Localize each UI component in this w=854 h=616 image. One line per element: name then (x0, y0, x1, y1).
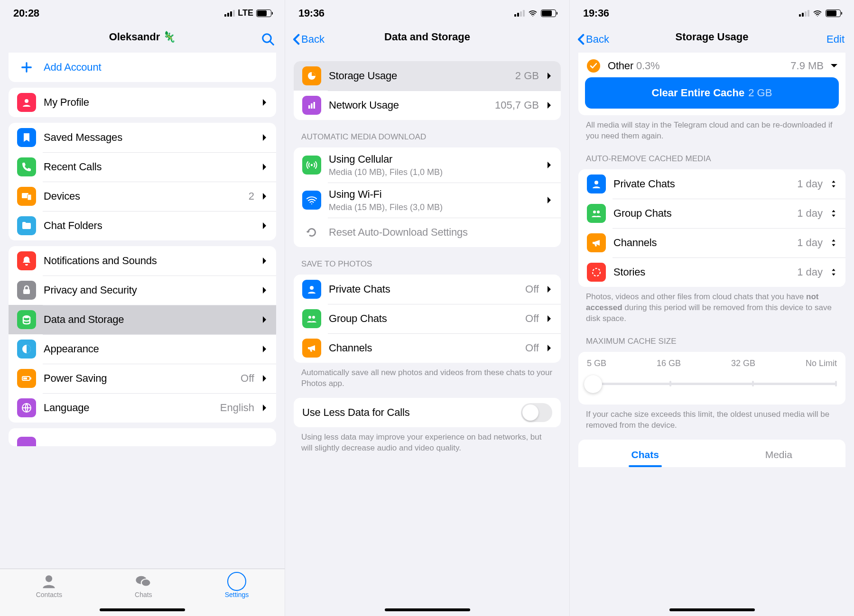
save-footer: Automatically save all new photos and vi… (301, 368, 553, 389)
next-group-peek-cell[interactable] (9, 428, 276, 446)
autoremove-stories-label: Stories (613, 266, 789, 278)
privacy-cell[interactable]: Privacy and Security (9, 276, 276, 305)
group-icon (587, 204, 606, 223)
using-wifi-cell[interactable]: Using Wi-Fi Media (15 MB), Files (3,0 MB… (294, 183, 561, 218)
person-icon (302, 280, 321, 299)
other-category-row[interactable]: Other 0.3% 7.9 MB (578, 53, 845, 77)
clear-footer: All media will stay in the Telegram clou… (586, 120, 838, 142)
my-profile-cell[interactable]: My Profile (9, 88, 276, 117)
autoremove-private-cell[interactable]: Private Chats 1 day (578, 169, 845, 199)
autoremove-group-cell[interactable]: Group Chats 1 day (578, 199, 845, 228)
svg-point-24 (597, 211, 600, 213)
back-button[interactable]: Back (576, 33, 609, 46)
storage-usage-value: 2 GB (515, 70, 539, 82)
search-icon (261, 32, 275, 46)
search-button[interactable] (261, 32, 275, 46)
seg-tab-media[interactable]: Media (712, 449, 846, 467)
home-indicator[interactable] (100, 608, 185, 611)
tab-settings[interactable]: Settings (225, 573, 249, 616)
chevron-right-icon (262, 315, 268, 324)
save-channels-label: Channels (329, 342, 518, 354)
language-label: Language (44, 402, 213, 414)
settings-root-screen: 20:28 LTE Oleksandr 🦎 Add Account My Pro… (0, 0, 285, 616)
status-time: 19:36 (583, 7, 609, 19)
chat-folders-label: Chat Folders (44, 220, 254, 232)
cellular-signal-icon (514, 10, 525, 17)
devices-icon (17, 187, 36, 206)
chevron-right-icon (262, 98, 268, 107)
using-cellular-cell[interactable]: Using Cellular Media (10 MB), Files (1,0… (294, 147, 561, 183)
save-private-chats-cell[interactable]: Private Chats Off (294, 275, 561, 304)
status-bar: 19:36 (285, 0, 569, 26)
autoremove-channels-cell[interactable]: Channels 1 day (578, 228, 845, 257)
save-channels-cell[interactable]: Channels Off (294, 333, 561, 363)
use-less-data-cell[interactable]: Use Less Data for Calls (294, 398, 561, 427)
data-storage-cell[interactable]: Data and Storage (9, 305, 276, 334)
svg-point-18 (311, 164, 313, 166)
my-profile-label: My Profile (44, 96, 254, 109)
person-icon (587, 175, 606, 193)
tab-contacts-label: Contacts (36, 591, 62, 598)
saved-messages-cell[interactable]: Saved Messages (9, 123, 276, 152)
recent-calls-cell[interactable]: Recent Calls (9, 152, 276, 182)
wifi-square-icon (302, 191, 321, 210)
language-value: English (220, 402, 254, 414)
language-cell[interactable]: Language English (9, 393, 276, 423)
svg-point-5 (23, 315, 30, 318)
home-indicator[interactable] (385, 608, 470, 611)
back-label: Back (586, 33, 609, 46)
autoremove-channels-label: Channels (613, 237, 789, 249)
reset-icon (302, 226, 321, 239)
save-private-value: Off (525, 283, 539, 295)
other-size: 7.9 MB (790, 60, 824, 72)
folder-icon (17, 216, 36, 235)
other-checkbox[interactable] (587, 59, 600, 73)
svg-rect-17 (314, 102, 316, 109)
seg-tab-chats[interactable]: Chats (578, 449, 712, 467)
updown-icon (830, 179, 837, 189)
network-usage-cell[interactable]: Network Usage 105,7 GB (294, 91, 561, 120)
save-group-chats-cell[interactable]: Group Chats Off (294, 304, 561, 333)
autoremove-stories-cell[interactable]: Stories 1 day (578, 257, 845, 287)
slider-knob[interactable] (584, 375, 602, 393)
clear-cache-button[interactable]: Clear Entire Cache 2 GB (585, 77, 839, 109)
chevron-right-icon (547, 196, 552, 204)
battery-icon (826, 9, 841, 17)
home-indicator[interactable] (669, 608, 755, 611)
save-group-value: Off (525, 313, 539, 325)
edit-button[interactable]: Edit (826, 33, 845, 46)
autoremove-stories-value: 1 day (797, 266, 823, 278)
chevron-right-icon (262, 404, 268, 412)
svg-rect-15 (308, 105, 310, 109)
other-label: Other 0.3% (608, 60, 783, 72)
chevron-right-icon (547, 285, 552, 294)
contacts-icon (39, 573, 58, 590)
back-button[interactable]: Back (292, 33, 325, 46)
svg-point-11 (46, 575, 52, 582)
svg-rect-8 (30, 377, 31, 379)
storage-usage-cell[interactable]: Storage Usage 2 GB (294, 61, 561, 91)
network-usage-value: 105,7 GB (495, 99, 539, 111)
notifications-cell[interactable]: Notifications and Sounds (9, 246, 276, 276)
chevron-right-icon (262, 257, 268, 265)
max-cache-slider[interactable] (587, 375, 837, 393)
chevron-right-icon (262, 192, 268, 201)
svg-rect-9 (23, 377, 27, 379)
auto-remove-header: AUTO-REMOVE CACHED MEDIA (586, 154, 838, 164)
autoremove-private-value: 1 day (797, 178, 823, 190)
devices-cell[interactable]: Devices 2 (9, 182, 276, 211)
appearance-cell[interactable]: Appearance (9, 334, 276, 364)
power-saving-cell[interactable]: Power Saving Off (9, 364, 276, 393)
svg-point-1 (25, 99, 28, 103)
reset-auto-download-cell[interactable]: Reset Auto-Download Settings (294, 218, 561, 247)
updown-icon (830, 238, 837, 248)
reset-label: Reset Auto-Download Settings (329, 226, 552, 239)
status-indicators (514, 9, 556, 18)
tab-contacts[interactable]: Contacts (36, 573, 62, 616)
chat-folders-cell[interactable]: Chat Folders (9, 211, 276, 240)
group-icon (302, 309, 321, 328)
less-data-footer: Using less data may improve your experie… (301, 432, 553, 454)
power-saving-value: Off (241, 372, 254, 385)
add-account-cell[interactable]: Add Account (9, 53, 276, 82)
use-less-data-switch[interactable] (521, 403, 552, 422)
